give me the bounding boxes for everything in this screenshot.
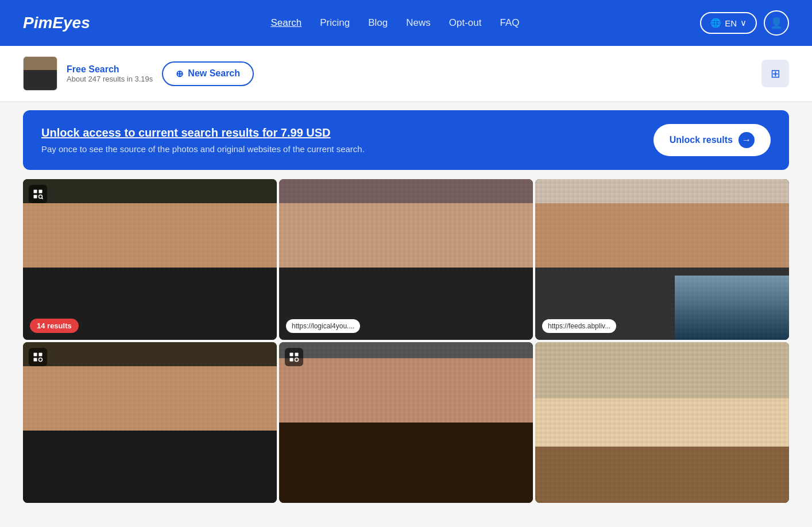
chevron-down-icon: ∨ <box>740 18 747 28</box>
face-search-icon-5 <box>285 348 303 366</box>
result-url-3: https://feeds.abpliv... <box>542 319 616 333</box>
svg-line-4 <box>42 198 43 199</box>
unlock-subtext: Pay once to see the source of the photos… <box>41 144 365 154</box>
nav-faq[interactable]: FAQ <box>500 17 519 29</box>
result-url-2: https://logical4you.... <box>286 319 360 333</box>
nav-news[interactable]: News <box>406 17 431 29</box>
header-right: 🌐 EN ∨ 👤 <box>700 10 789 36</box>
filter-button[interactable]: ⊞ <box>761 60 789 87</box>
logo: PimEyes <box>23 14 90 32</box>
search-bar: Free Search About 247 results in 3.19s ⊕… <box>0 46 812 101</box>
unlock-headline-part1: Unlock access to <box>41 126 138 139</box>
user-icon: 👤 <box>770 17 783 29</box>
result-image-3 <box>535 179 789 340</box>
svg-rect-9 <box>290 353 293 356</box>
header: PimEyes Search Pricing Blog News Opt-out… <box>0 0 812 46</box>
nav-optout[interactable]: Opt-out <box>449 17 482 29</box>
lang-label: EN <box>725 18 737 28</box>
face-search-icon-1 <box>29 185 47 203</box>
arrow-right-icon: → <box>738 132 755 148</box>
search-icon: ⊕ <box>176 68 183 79</box>
svg-point-8 <box>39 358 42 362</box>
unlock-results-button[interactable]: Unlock results → <box>654 124 771 156</box>
svg-rect-0 <box>34 190 37 193</box>
unlock-text: Unlock access to current search results … <box>41 126 365 154</box>
search-info: Free Search About 247 results in 3.19s <box>67 64 153 83</box>
unlock-headline-link: current search results <box>138 126 262 139</box>
user-account-button[interactable]: 👤 <box>764 10 789 36</box>
result-image-1 <box>23 179 277 340</box>
svg-rect-7 <box>34 358 37 362</box>
result-image-5 <box>279 342 533 503</box>
unlock-banner: Unlock access to current search results … <box>23 110 789 170</box>
result-image-2 <box>279 179 533 340</box>
language-button[interactable]: 🌐 EN ∨ <box>700 12 757 34</box>
svg-point-3 <box>39 195 42 199</box>
result-count-badge-1: 14 results <box>30 319 79 333</box>
result-card-6[interactable] <box>535 342 789 503</box>
result-card-3[interactable]: https://feeds.abpliv... <box>535 179 789 340</box>
unlock-btn-label: Unlock results <box>670 135 733 145</box>
search-bar-left: Free Search About 247 results in 3.19s ⊕… <box>23 56 254 91</box>
unlock-headline-part2: for 7.99 USD <box>262 126 331 139</box>
nav-pricing[interactable]: Pricing <box>320 17 350 29</box>
svg-rect-6 <box>39 353 42 356</box>
svg-rect-2 <box>34 195 37 199</box>
svg-rect-5 <box>34 353 37 356</box>
svg-rect-1 <box>39 190 42 193</box>
search-subtitle: About 247 results in 3.19s <box>67 75 153 83</box>
nav-search[interactable]: Search <box>270 17 301 29</box>
filter-icon: ⊞ <box>771 67 780 80</box>
search-thumbnail <box>23 56 57 91</box>
face-search-icon-4 <box>29 348 47 366</box>
svg-rect-10 <box>295 353 299 356</box>
nav: Search Pricing Blog News Opt-out FAQ <box>113 17 677 29</box>
result-card-2[interactable]: https://logical4you.... <box>279 179 533 340</box>
unlock-headline: Unlock access to current search results … <box>41 126 365 140</box>
globe-icon: 🌐 <box>710 18 721 28</box>
result-card-5[interactable] <box>279 342 533 503</box>
nav-blog[interactable]: Blog <box>368 17 388 29</box>
results-grid: 14 results https://logical4you.... https… <box>23 179 789 503</box>
result-card-1[interactable]: 14 results <box>23 179 277 340</box>
result-card-4[interactable] <box>23 342 277 503</box>
thumbnail-image <box>24 57 57 90</box>
svg-point-12 <box>295 358 299 362</box>
result-image-6 <box>535 342 789 503</box>
new-search-button[interactable]: ⊕ New Search <box>162 61 254 86</box>
result-image-4 <box>23 342 277 503</box>
search-title: Free Search <box>67 64 153 75</box>
new-search-label: New Search <box>188 68 240 79</box>
svg-rect-11 <box>290 358 293 362</box>
